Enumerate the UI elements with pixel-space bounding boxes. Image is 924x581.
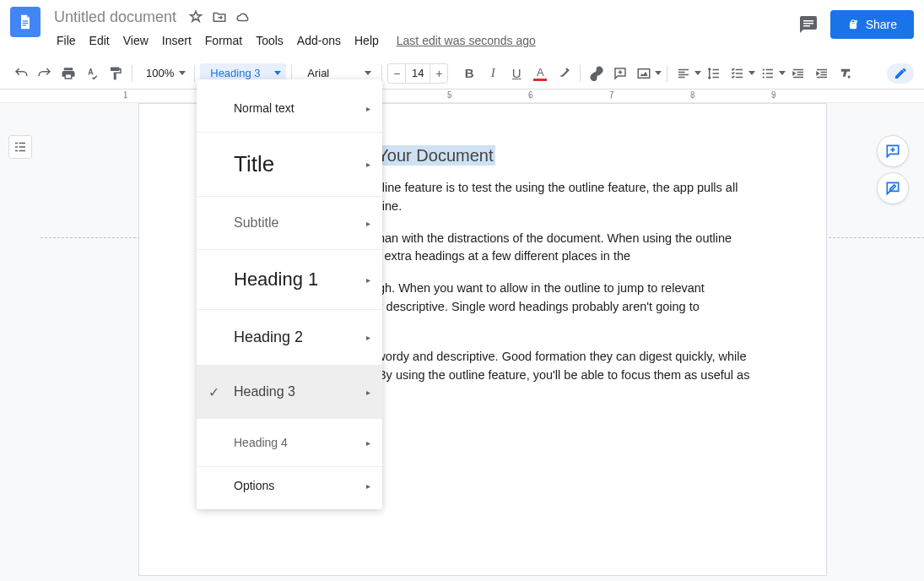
indent-button[interactable] <box>811 62 833 84</box>
star-icon[interactable] <box>188 9 203 24</box>
share-label: Share <box>866 18 897 31</box>
font-size-control: − 14 + <box>387 63 448 84</box>
menu-view[interactable]: View <box>117 30 154 51</box>
style-option-options[interactable]: Options▸ <box>197 467 382 504</box>
menubar: File Edit View Insert Format Tools Add-o… <box>51 30 798 51</box>
menu-format[interactable]: Format <box>199 30 248 51</box>
menu-tools[interactable]: Tools <box>250 30 289 51</box>
spellcheck-button[interactable] <box>81 62 103 84</box>
last-edit-link[interactable]: Last edit was seconds ago <box>397 30 536 51</box>
font-size-decrease[interactable]: − <box>388 64 405 83</box>
chevron-right-icon: ▸ <box>366 104 370 113</box>
comments-icon[interactable] <box>798 14 819 35</box>
redo-button[interactable] <box>34 62 56 84</box>
menu-file[interactable]: File <box>51 30 82 51</box>
highlight-button[interactable] <box>553 62 575 84</box>
chevron-down-icon <box>655 71 662 75</box>
font-size-increase[interactable]: + <box>430 64 447 83</box>
chevron-down-icon <box>179 71 186 75</box>
underline-button[interactable]: U <box>505 62 527 84</box>
docs-logo[interactable] <box>10 7 41 37</box>
editing-mode-button[interactable] <box>887 63 914 84</box>
align-button[interactable] <box>673 62 694 84</box>
svg-rect-5 <box>803 25 810 27</box>
outline-toggle[interactable] <box>8 135 32 159</box>
style-option-title[interactable]: Title▸ <box>197 133 382 197</box>
italic-button[interactable]: I <box>482 62 504 84</box>
svg-rect-4 <box>803 23 813 24</box>
chevron-right-icon: ▸ <box>366 219 370 228</box>
toolbar: 100% Heading 3 Arial − 14 + B I U A <box>0 57 924 90</box>
comment-button[interactable] <box>609 62 631 84</box>
chevron-down-icon <box>748 71 755 75</box>
print-button[interactable] <box>57 62 79 84</box>
chevron-right-icon: ▸ <box>366 160 370 169</box>
paragraph-style-dropdown: Normal text▸ Title▸ Subtitle▸ Heading 1▸… <box>197 79 382 509</box>
zoom-select[interactable]: 100% <box>138 64 189 82</box>
header: Untitled document File Edit View Insert … <box>0 0 924 51</box>
document-title[interactable]: Untitled document <box>51 8 180 27</box>
menu-help[interactable]: Help <box>349 30 385 51</box>
svg-point-9 <box>763 72 765 73</box>
chevron-down-icon <box>694 71 701 75</box>
chevron-right-icon: ▸ <box>366 481 370 491</box>
svg-rect-7 <box>639 68 651 78</box>
svg-rect-6 <box>850 24 856 29</box>
title-area: Untitled document File Edit View Insert … <box>51 7 798 51</box>
menu-insert[interactable]: Insert <box>156 30 197 51</box>
style-option-subtitle[interactable]: Subtitle▸ <box>197 197 382 250</box>
svg-point-10 <box>763 76 765 78</box>
chevron-down-icon <box>365 71 371 75</box>
outdent-button[interactable] <box>787 62 809 84</box>
clear-format-button[interactable] <box>835 62 856 84</box>
bulleted-list-button[interactable] <box>757 62 779 84</box>
undo-button[interactable] <box>10 62 32 84</box>
check-icon: ✓ <box>208 384 219 400</box>
chevron-down-icon <box>779 71 786 75</box>
line-spacing-button[interactable] <box>703 62 725 84</box>
canvas: e the Organization of Your Document ns t… <box>0 103 924 581</box>
chevron-right-icon: ▸ <box>366 438 370 448</box>
ruler: 1 2 3 4 5 6 7 8 9 <box>0 90 924 103</box>
style-option-normal[interactable]: Normal text▸ <box>197 84 382 133</box>
menu-addons[interactable]: Add-ons <box>291 30 347 51</box>
bold-button[interactable]: B <box>458 62 480 84</box>
checklist-button[interactable] <box>727 62 748 84</box>
image-button[interactable] <box>633 62 655 84</box>
text-color-button[interactable]: A <box>529 62 551 84</box>
menu-edit[interactable]: Edit <box>84 30 116 51</box>
chevron-right-icon: ▸ <box>366 333 370 342</box>
paint-format-button[interactable] <box>105 62 127 84</box>
link-button[interactable] <box>586 62 608 84</box>
svg-point-8 <box>763 68 765 70</box>
chevron-down-icon <box>274 71 281 75</box>
font-size-input[interactable]: 14 <box>405 64 430 83</box>
style-option-h2[interactable]: Heading 2▸ <box>197 310 382 366</box>
chevron-right-icon: ▸ <box>366 275 370 285</box>
svg-rect-1 <box>23 23 29 24</box>
suggest-fab[interactable] <box>877 172 909 204</box>
svg-rect-3 <box>803 20 813 22</box>
style-option-h3[interactable]: ✓Heading 3▸ <box>197 366 382 419</box>
chevron-right-icon: ▸ <box>366 388 370 397</box>
cloud-icon[interactable] <box>235 9 251 24</box>
svg-rect-2 <box>23 24 26 25</box>
style-option-h4[interactable]: Heading 4▸ <box>197 419 382 467</box>
svg-rect-0 <box>23 20 29 21</box>
move-icon[interactable] <box>212 9 227 24</box>
add-comment-fab[interactable] <box>877 135 909 167</box>
share-button[interactable]: Share <box>830 10 914 39</box>
style-option-h1[interactable]: Heading 1▸ <box>197 250 382 310</box>
